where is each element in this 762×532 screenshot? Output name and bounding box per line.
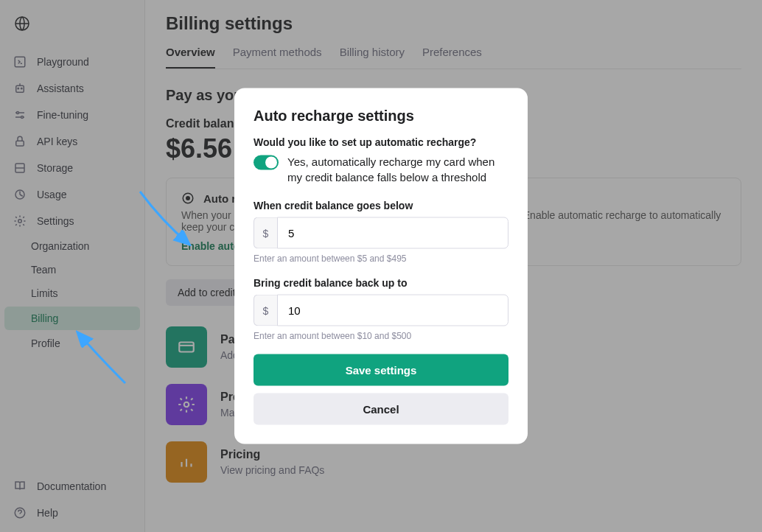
topup-input[interactable]	[277, 295, 508, 326]
threshold-input[interactable]	[277, 217, 508, 249]
auto-recharge-toggle[interactable]	[254, 155, 279, 170]
cancel-button[interactable]: Cancel	[254, 393, 508, 425]
modal-question: Would you like to set up automatic recha…	[254, 136, 508, 148]
topup-hint: Enter an amount between $10 and $500	[254, 331, 508, 341]
topup-label: Bring credit balance back up to	[254, 277, 508, 289]
modal-title: Auto recharge settings	[254, 108, 508, 125]
threshold-label: When credit balance goes below	[254, 200, 508, 211]
currency-prefix: $	[254, 295, 277, 326]
save-settings-button[interactable]: Save settings	[254, 354, 508, 386]
currency-prefix: $	[254, 217, 277, 249]
threshold-hint: Enter an amount between $5 and $495	[254, 253, 508, 264]
toggle-label: Yes, automatically recharge my card when…	[287, 154, 508, 185]
auto-recharge-modal: Auto recharge settings Would you like to…	[234, 88, 528, 444]
